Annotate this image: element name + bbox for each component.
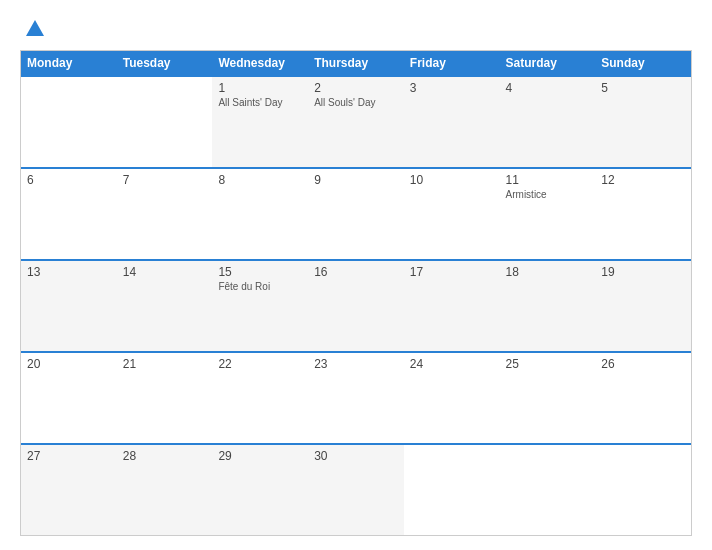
cell-date-number: 8 [218, 173, 302, 187]
day-header-monday: Monday [21, 51, 117, 75]
week-row-5: 27282930 [21, 443, 691, 535]
day-header-saturday: Saturday [500, 51, 596, 75]
cell-date-number: 13 [27, 265, 111, 279]
calendar-cell: 8 [212, 169, 308, 259]
cell-date-number: 7 [123, 173, 207, 187]
calendar-cell [595, 445, 691, 535]
week-row-1: 1All Saints' Day2All Souls' Day345 [21, 75, 691, 167]
calendar-cell: 2All Souls' Day [308, 77, 404, 167]
logo-flag-icon [24, 18, 46, 40]
cell-date-number: 24 [410, 357, 494, 371]
calendar-cell: 26 [595, 353, 691, 443]
cell-date-number: 27 [27, 449, 111, 463]
cell-date-number: 5 [601, 81, 685, 95]
calendar-cell: 4 [500, 77, 596, 167]
calendar-cell [117, 77, 213, 167]
cell-date-number: 11 [506, 173, 590, 187]
week-row-4: 20212223242526 [21, 351, 691, 443]
calendar-grid: MondayTuesdayWednesdayThursdayFridaySatu… [20, 50, 692, 536]
calendar-cell: 25 [500, 353, 596, 443]
calendar-cell: 19 [595, 261, 691, 351]
cell-date-number: 22 [218, 357, 302, 371]
cell-date-number: 19 [601, 265, 685, 279]
cell-date-number: 20 [27, 357, 111, 371]
calendar-cell: 13 [21, 261, 117, 351]
cell-date-number: 18 [506, 265, 590, 279]
day-header-friday: Friday [404, 51, 500, 75]
calendar-cell: 10 [404, 169, 500, 259]
day-header-wednesday: Wednesday [212, 51, 308, 75]
days-header-row: MondayTuesdayWednesdayThursdayFridaySatu… [21, 51, 691, 75]
calendar-cell: 11Armistice [500, 169, 596, 259]
calendar-cell: 21 [117, 353, 213, 443]
cell-date-number: 21 [123, 357, 207, 371]
calendar-cell [21, 77, 117, 167]
cell-date-number: 1 [218, 81, 302, 95]
cell-date-number: 4 [506, 81, 590, 95]
calendar-cell: 17 [404, 261, 500, 351]
cell-date-number: 30 [314, 449, 398, 463]
cell-date-number: 6 [27, 173, 111, 187]
cell-date-number: 2 [314, 81, 398, 95]
cell-date-number: 3 [410, 81, 494, 95]
calendar-cell: 6 [21, 169, 117, 259]
cell-date-number: 17 [410, 265, 494, 279]
calendar-cell: 28 [117, 445, 213, 535]
calendar-cell: 22 [212, 353, 308, 443]
calendar-cell [404, 445, 500, 535]
calendar-cell: 3 [404, 77, 500, 167]
cell-date-number: 25 [506, 357, 590, 371]
calendar-cell: 9 [308, 169, 404, 259]
calendar-cell: 12 [595, 169, 691, 259]
cell-event-label: Armistice [506, 189, 590, 200]
cell-date-number: 23 [314, 357, 398, 371]
cell-event-label: All Souls' Day [314, 97, 398, 108]
cell-date-number: 10 [410, 173, 494, 187]
cell-date-number: 28 [123, 449, 207, 463]
cell-date-number: 9 [314, 173, 398, 187]
calendar-cell: 18 [500, 261, 596, 351]
cell-date-number: 16 [314, 265, 398, 279]
week-row-2: 67891011Armistice12 [21, 167, 691, 259]
day-header-tuesday: Tuesday [117, 51, 213, 75]
week-row-3: 131415Fête du Roi16171819 [21, 259, 691, 351]
day-header-sunday: Sunday [595, 51, 691, 75]
calendar-weeks: 1All Saints' Day2All Souls' Day345678910… [21, 75, 691, 535]
logo [20, 18, 46, 40]
calendar-header [20, 18, 692, 40]
cell-date-number: 12 [601, 173, 685, 187]
cell-date-number: 26 [601, 357, 685, 371]
cell-event-label: All Saints' Day [218, 97, 302, 108]
day-header-thursday: Thursday [308, 51, 404, 75]
calendar-cell: 30 [308, 445, 404, 535]
cell-event-label: Fête du Roi [218, 281, 302, 292]
calendar-cell: 7 [117, 169, 213, 259]
svg-marker-0 [26, 20, 44, 36]
calendar-cell: 14 [117, 261, 213, 351]
calendar-cell [500, 445, 596, 535]
calendar-cell: 24 [404, 353, 500, 443]
cell-date-number: 29 [218, 449, 302, 463]
calendar-cell: 20 [21, 353, 117, 443]
calendar-cell: 29 [212, 445, 308, 535]
calendar-cell: 15Fête du Roi [212, 261, 308, 351]
calendar-cell: 23 [308, 353, 404, 443]
calendar-cell: 27 [21, 445, 117, 535]
cell-date-number: 15 [218, 265, 302, 279]
cell-date-number: 14 [123, 265, 207, 279]
calendar-cell: 16 [308, 261, 404, 351]
calendar-cell: 5 [595, 77, 691, 167]
calendar-cell: 1All Saints' Day [212, 77, 308, 167]
